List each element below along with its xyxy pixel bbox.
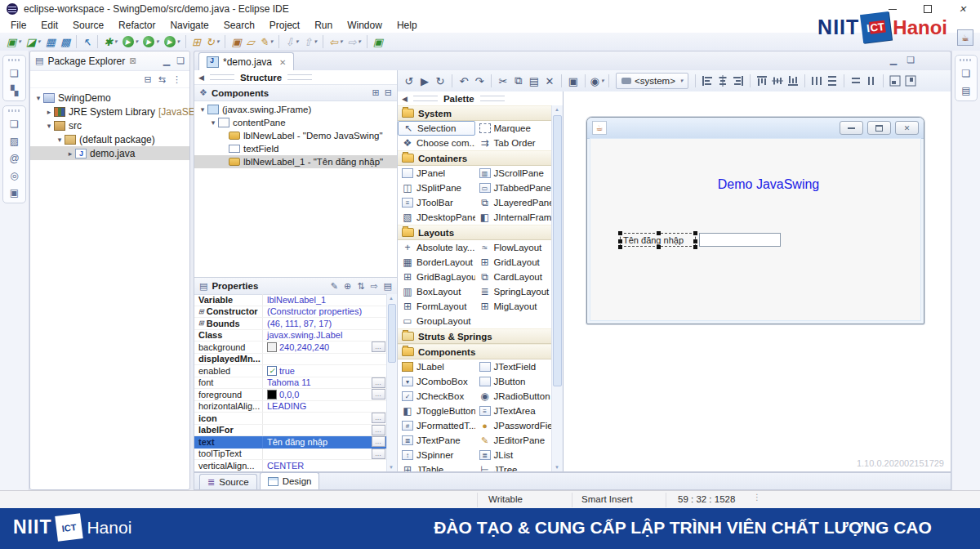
palette-item-jtabbedpane[interactable]: ▭JTabbedPane: [475, 181, 553, 195]
menu-project[interactable]: Project: [262, 19, 307, 32]
palette-item-jtogglebutton[interactable]: ◧JToggleButton: [398, 404, 475, 418]
sash-handle[interactable]: [480, 96, 505, 101]
expand-icon[interactable]: ⊞: [198, 319, 204, 327]
property-row-class[interactable]: Classjavax.swing.JLabel: [194, 330, 387, 342]
palette-section-struts-springs[interactable]: Struts & Springs: [398, 328, 552, 344]
palette-section-components[interactable]: Components: [398, 344, 552, 359]
pkx-item-default-package[interactable]: ▾(default package): [30, 132, 189, 146]
palette-item-jinternalframe[interactable]: ◧JInternalFrame: [475, 210, 553, 225]
palette-section-system[interactable]: System: [398, 105, 552, 121]
redo-icon[interactable]: ↷: [472, 73, 487, 89]
login-textfield[interactable]: [699, 233, 781, 247]
palette-item-springlayout[interactable]: ≣SpringLayout: [475, 284, 553, 299]
drag-grip[interactable]: [960, 59, 973, 61]
restore-views-icon[interactable]: ❏: [10, 69, 19, 78]
palette-item-cardlayout[interactable]: ⧉CardLayout: [475, 270, 553, 284]
structure-item-javax-swing-jframe[interactable]: ▾(javax.swing.JFrame): [194, 103, 397, 116]
open-perspective-icon[interactable]: ▣: [371, 34, 385, 49]
selection-handle[interactable]: [693, 245, 697, 249]
collapse-panel-icon[interactable]: ◀: [198, 74, 204, 82]
palette-item-jpanel[interactable]: JPanel: [398, 166, 475, 181]
scrollbar-thumb[interactable]: [388, 304, 396, 363]
palette-item-jcombobox[interactable]: ▾JComboBox: [398, 374, 475, 389]
tab-design[interactable]: Design: [260, 472, 320, 489]
pkx-item-src[interactable]: ▾src: [30, 118, 189, 132]
palette-item-jsplitpane[interactable]: ◫JSplitPane: [398, 181, 475, 195]
copy-icon[interactable]: ⧉: [511, 73, 526, 89]
align-left-icon[interactable]: [700, 74, 715, 88]
property-value[interactable]: lblNewLabel_1: [263, 294, 387, 306]
palette-item-gridlayout[interactable]: ⊞GridLayout: [475, 255, 553, 270]
palette-item-jtable[interactable]: ⊞JTable: [398, 462, 475, 471]
checkbox-icon[interactable]: ✓: [267, 366, 277, 376]
palette-item-jtoolbar[interactable]: ≡JToolBar: [398, 195, 475, 210]
drag-grip[interactable]: [8, 109, 21, 112]
link-with-editor-icon[interactable]: ⇆: [158, 74, 166, 85]
tree-expander-icon[interactable]: ▸: [44, 108, 54, 116]
delete-icon[interactable]: ✕: [542, 73, 557, 89]
property-row-font[interactable]: fontTahoma 11…: [194, 377, 387, 390]
property-value[interactable]: 240,240,240: [263, 341, 372, 353]
structure-item-lblnewlabel-1-t-n-ng-nh-p[interactable]: lblNewLabel_1 - "Tên đăng nhập": [194, 155, 397, 168]
open-resource-icon[interactable]: ▱: [244, 34, 257, 49]
structure-item-contentpane[interactable]: ▾contentPane: [194, 116, 397, 129]
new-java-project-icon[interactable]: ⊞: [189, 34, 203, 49]
menu-file[interactable]: File: [3, 19, 33, 32]
collapse-panel-icon[interactable]: ◀: [402, 95, 408, 103]
palette-item-jscrollpane[interactable]: ▥JScrollPane: [475, 166, 553, 181]
collapse-all-icon[interactable]: ⊟: [145, 74, 152, 85]
pkx-item-demo-java[interactable]: ▸demo.java: [30, 146, 189, 160]
selection-handle[interactable]: [618, 245, 622, 249]
jframe-content-pane[interactable]: Demo JavaSwing Tên đăng nhập: [590, 138, 921, 321]
selection-handle[interactable]: [618, 239, 622, 243]
palette-item-jtextarea[interactable]: ≡JTextArea: [475, 404, 553, 418]
tree-expander-icon[interactable]: ▾: [198, 105, 207, 114]
show-grid-icon[interactable]: [888, 74, 902, 88]
ellipsis-button[interactable]: …: [372, 377, 385, 388]
distribute-vertical-icon[interactable]: [825, 74, 840, 88]
palette-item-gridbaglayout[interactable]: ⊞GridBagLayout: [398, 270, 475, 284]
new-java-class-icon[interactable]: ◪▾: [24, 34, 43, 49]
palette-item-jformattedt[interactable]: #JFormattedT...: [398, 418, 475, 433]
external-tools-icon[interactable]: ↻▾: [203, 34, 221, 49]
last-edit-location-icon[interactable]: ⇩▾: [283, 34, 301, 49]
property-value[interactable]: Tahoma 11: [263, 377, 372, 389]
palette-section-layouts[interactable]: Layouts: [398, 225, 552, 240]
properties-scrollbar[interactable]: [386, 294, 397, 471]
palette-item-jradiobutton[interactable]: ◉JRadioButton: [475, 389, 553, 404]
palette-item-jdesktoppane[interactable]: ▧JDesktopPane: [398, 210, 475, 225]
palette-section-containers[interactable]: Containers: [398, 150, 552, 166]
selection-handle[interactable]: [618, 231, 622, 235]
property-value[interactable]: [263, 425, 372, 436]
tree-expander-icon[interactable]: ▾: [44, 122, 54, 130]
palette-item-flowlayout[interactable]: ≈FlowLayout: [475, 240, 553, 255]
property-row-text[interactable]: textTên đăng nhập…: [194, 436, 387, 449]
demo-javaswing-label[interactable]: Demo JavaSwing: [695, 177, 842, 192]
match-height-icon[interactable]: [864, 74, 879, 88]
menu-window[interactable]: Window: [340, 19, 390, 32]
palette-item-jtextfield[interactable]: JTextField: [475, 359, 553, 374]
debug-icon[interactable]: ✱▾: [101, 34, 119, 49]
ellipsis-button[interactable]: …: [372, 436, 385, 447]
junit-view-icon[interactable]: ▨: [10, 136, 19, 146]
ellipsis-button[interactable]: …: [372, 341, 385, 352]
distribute-horizontal-icon[interactable]: [809, 74, 824, 88]
property-value[interactable]: (46, 111, 87, 17): [263, 318, 387, 329]
palette-header[interactable]: ◀ Palette: [398, 92, 563, 105]
jframe-maximize-button[interactable]: [867, 121, 891, 135]
align-right-icon[interactable]: [731, 74, 746, 88]
scrollbar-thumb[interactable]: [553, 115, 562, 386]
sash-handle[interactable]: [210, 74, 234, 80]
show-events-icon[interactable]: ⇅: [357, 281, 364, 292]
property-row-tooltiptext[interactable]: toolTipText…: [194, 449, 387, 461]
selection-handle[interactable]: [693, 239, 697, 243]
jframe-close-button[interactable]: [895, 121, 919, 135]
palette-item-miglayout[interactable]: ⊞MigLayout: [475, 299, 553, 314]
palette-item-jlayeredpane[interactable]: ⧉JLayeredPane: [475, 195, 553, 210]
menu-run[interactable]: Run: [307, 19, 340, 32]
palette-item-marquee[interactable]: Marquee: [475, 121, 553, 136]
view-minimize-icon[interactable]: ▁: [163, 56, 170, 66]
selection-handle[interactable]: [657, 231, 661, 235]
property-value[interactable]: 0,0,0: [263, 389, 372, 400]
save-all-icon[interactable]: ▩: [58, 34, 73, 49]
